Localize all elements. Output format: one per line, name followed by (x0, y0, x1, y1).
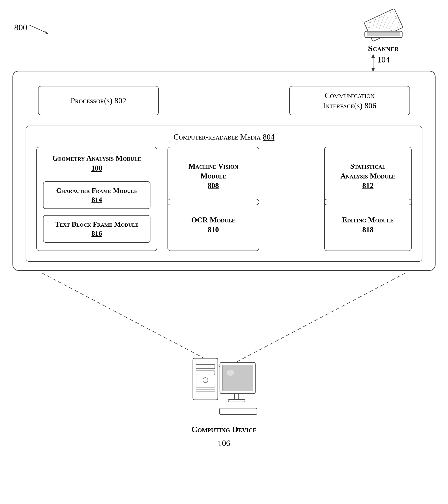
ocr-box: OCR Module810 (168, 199, 259, 251)
svg-line-0 (29, 25, 48, 33)
comm-box: CommunicationInterface(s) 806 (289, 86, 410, 115)
computing-device-label: Computing Device (191, 424, 257, 435)
statistical-analysis-label: StatisticalAnalysis Module812 (340, 162, 395, 191)
media-label: Computer-readable Media 804 (26, 132, 422, 142)
character-frame-box: Character Frame Module814 (43, 181, 151, 209)
svg-rect-6 (367, 32, 400, 36)
geometry-label: Geometry Analysis Module108 (43, 153, 151, 173)
machine-vision-box: Machine VisionModule808 (168, 147, 259, 205)
svg-rect-30 (235, 394, 239, 400)
editing-label: Editing Module818 (342, 215, 394, 235)
media-box: Computer-readable Media 804 Geometry Ana… (26, 126, 422, 262)
scanner-label: Scanner (368, 43, 399, 53)
processor-label: Processor(s) 802 (70, 96, 126, 105)
statistical-analysis-box: StatisticalAnalysis Module812 (324, 147, 412, 205)
geometry-box: Geometry Analysis Module108 Character Fr… (36, 147, 157, 251)
main-device-box: Processor(s) 802 CommunicationInterface(… (13, 71, 435, 271)
text-block-frame-box: Text Block Frame Module816 (43, 215, 151, 243)
editing-box: Editing Module818 (324, 199, 412, 251)
computing-area: Computing Device 106 (189, 354, 259, 448)
diagram: 800 (0, 0, 448, 504)
processor-box: Processor(s) 802 (38, 86, 159, 115)
arrow-800-icon (27, 21, 52, 37)
svg-marker-16 (371, 54, 375, 58)
svg-rect-28 (223, 365, 253, 391)
comm-label: CommunicationInterface(s) 806 (323, 90, 377, 111)
svg-rect-31 (228, 399, 245, 402)
character-frame-label: Character Frame Module814 (47, 186, 147, 204)
scanner-icon (361, 8, 406, 42)
machine-vision-label: Machine VisionModule808 (188, 162, 238, 191)
computing-device-icon (189, 354, 259, 421)
svg-point-29 (227, 370, 234, 376)
svg-marker-1 (45, 31, 48, 35)
diagram-label-800: 800 (14, 22, 27, 33)
computing-device-number: 106 (218, 438, 230, 448)
svg-rect-32 (220, 408, 257, 414)
text-block-frame-label: Text Block Frame Module816 (47, 220, 147, 238)
ocr-label: OCR Module810 (191, 215, 235, 235)
